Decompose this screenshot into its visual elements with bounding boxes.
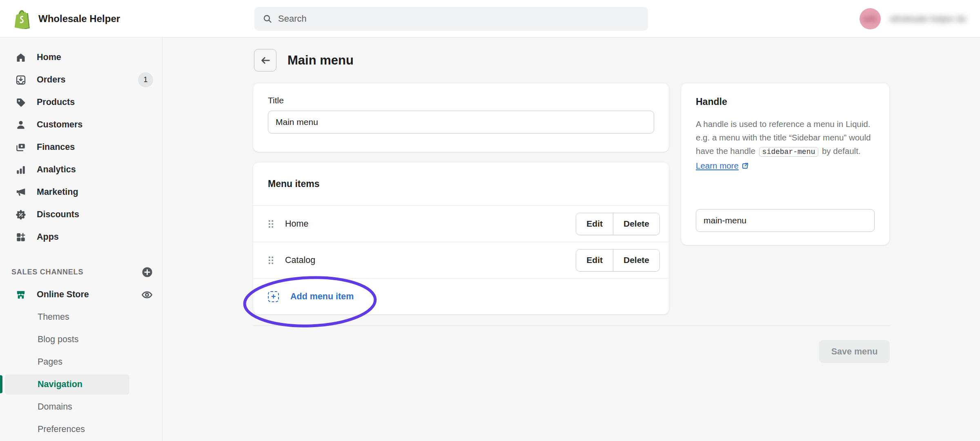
menu-items-heading: Menu items [253, 163, 669, 205]
add-menu-item-label: Add menu item [290, 292, 354, 302]
handle-code-chip: sidebar-menu [759, 147, 819, 157]
subitem-label: Pages [38, 357, 62, 367]
external-link-icon [741, 162, 749, 170]
handle-desc-text: by default. [822, 146, 861, 156]
search-input[interactable] [278, 13, 640, 24]
account-name-blurred: wholesale helper de [890, 14, 966, 24]
subitem-label: Blog posts [38, 334, 78, 345]
menu-item-label: Catalog [285, 255, 315, 265]
footer-divider [253, 325, 890, 326]
search-icon [263, 14, 272, 24]
sidebar-item-label: Analytics [37, 165, 76, 175]
orders-count-badge: 1 [138, 72, 153, 87]
subitem-label: Domains [38, 402, 72, 412]
drag-handle-icon[interactable] [268, 256, 274, 265]
avatar: wh [860, 8, 881, 29]
search-bar[interactable] [254, 7, 648, 31]
drag-handle-icon[interactable] [268, 220, 274, 228]
row-actions: Edit Delete [576, 213, 660, 235]
edit-button[interactable]: Edit [576, 213, 613, 235]
handle-input[interactable] [696, 209, 875, 232]
bar-chart-icon [16, 165, 26, 175]
page-title: Main menu [287, 53, 354, 68]
sidebar-subitem-pages[interactable]: Pages [0, 351, 162, 373]
sidebar-subitem-blog-posts[interactable]: Blog posts [0, 328, 162, 351]
store-name: Wholesale Helper [38, 13, 120, 24]
title-card: Title [253, 83, 669, 152]
sidebar-item-analytics[interactable]: Analytics [0, 158, 162, 181]
sidebar-item-label: Discounts [37, 209, 79, 220]
add-menu-item-button[interactable]: + Add menu item [253, 278, 669, 314]
view-online-store-eye-icon[interactable] [141, 289, 153, 301]
home-icon [16, 52, 26, 63]
sidebar-item-marketing[interactable]: Marketing [0, 181, 162, 203]
sidebar-item-label: Orders [37, 75, 66, 85]
person-icon [16, 120, 26, 130]
sales-channels-header: SALES CHANNELS [0, 264, 162, 280]
learn-more-label: Learn more [696, 161, 739, 170]
sidebar-item-apps[interactable]: Apps [0, 226, 162, 248]
sidebar-item-label: Apps [37, 232, 59, 242]
handle-heading: Handle [696, 96, 875, 107]
menu-item-row: Home Edit Delete [253, 205, 669, 242]
sidebar-item-label: Online Store [37, 290, 89, 300]
sidebar-subitem-themes[interactable]: Themes [0, 306, 162, 328]
add-item-dashed-plus-icon: + [268, 291, 279, 302]
shopify-logo-icon [12, 9, 32, 29]
delete-button[interactable]: Delete [613, 249, 659, 271]
megaphone-icon [16, 187, 26, 198]
sidebar-item-label: Finances [37, 142, 75, 152]
sidebar-item-products[interactable]: Products [0, 91, 162, 114]
add-sales-channel-icon[interactable] [141, 266, 153, 278]
sidebar-item-label: Marketing [37, 187, 78, 197]
account-menu[interactable]: wh wholesale helper de [860, 6, 966, 32]
sidebar-item-discounts[interactable]: Discounts [0, 203, 162, 226]
sidebar-item-label: Products [37, 97, 75, 107]
store-logo-area: Wholesale Helper [12, 0, 120, 38]
sales-channels-label: SALES CHANNELS [11, 268, 83, 276]
handle-card: Handle A handle is used to reference a m… [681, 83, 889, 245]
sidebar-item-finances[interactable]: Finances [0, 136, 162, 158]
row-actions: Edit Delete [576, 249, 660, 272]
sidebar-subitem-preferences[interactable]: Preferences [0, 418, 162, 441]
menu-item-label: Home [285, 219, 308, 229]
discount-badge-icon [16, 209, 26, 220]
sidebar-item-home[interactable]: Home [0, 46, 162, 69]
tag-icon [16, 97, 26, 108]
sidebar-item-label: Home [37, 52, 61, 62]
save-menu-button[interactable]: Save menu [819, 340, 890, 363]
menu-item-row: Catalog Edit Delete [253, 242, 669, 278]
subitem-label: Preferences [38, 424, 85, 434]
title-input[interactable] [268, 111, 654, 134]
avatar-initials: wh [864, 13, 877, 24]
subitem-label: Themes [38, 312, 69, 322]
sidebar-subitem-domains[interactable]: Domains [0, 396, 162, 418]
apps-grid-plus-icon [16, 232, 26, 243]
sidebar-subitem-navigation[interactable]: Navigation [5, 374, 129, 395]
sidebar-item-customers[interactable]: Customers [0, 114, 162, 136]
storefront-icon [16, 290, 26, 300]
topbar: Wholesale Helper wh wholesale helper de [0, 0, 980, 38]
handle-description: A handle is used to reference a menu in … [696, 117, 875, 172]
back-button[interactable] [254, 49, 276, 71]
orders-icon [16, 75, 26, 85]
sidebar-item-orders[interactable]: Orders 1 [0, 69, 162, 91]
edit-button[interactable]: Edit [576, 249, 613, 271]
delete-button[interactable]: Delete [613, 213, 659, 235]
active-nav-indicator [0, 375, 2, 393]
learn-more-link[interactable]: Learn more [696, 161, 749, 170]
sidebar-item-online-store[interactable]: Online Store [0, 283, 162, 306]
subitem-label: Navigation [38, 379, 82, 390]
menu-items-card: Menu items Home Edit Delete Catalog Edit… [253, 163, 669, 314]
sidebar-nav: Home Orders 1 Products Customers Finance… [0, 38, 163, 441]
arrow-left-icon [260, 55, 271, 66]
sidebar-item-label: Customers [37, 120, 82, 130]
banknote-icon [16, 142, 26, 153]
title-field-label: Title [268, 96, 654, 105]
